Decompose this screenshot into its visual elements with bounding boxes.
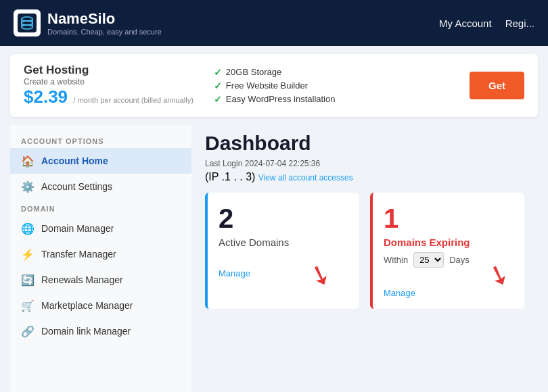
logo-area: NameSilo Domains. Cheap, easy and secure (14, 9, 162, 36)
gear-icon: ⚙️ (21, 180, 35, 193)
get-hosting-button[interactable]: Get (470, 72, 524, 99)
domains-expiring-label: Domains Expiring (384, 237, 513, 248)
sidebar-account-home-label: Account Home (41, 155, 108, 166)
hosting-left: Get Hosting Create a website $2.39 / mon… (24, 64, 193, 107)
svg-rect-0 (18, 14, 37, 32)
sidebar-item-account-home[interactable]: 🏠 Account Home (10, 148, 191, 174)
main-layout: ACCOUNT OPTIONS 🏠 Account Home ⚙️ Accoun… (10, 125, 538, 392)
renewals-manager-label: Renewals Manager (41, 274, 123, 285)
register-link[interactable]: Regi... (505, 18, 534, 29)
brand-name: NameSilo (47, 10, 162, 28)
logo-text: NameSilo Domains. Cheap, easy and secure (47, 10, 162, 36)
marketplace-manager-label: Marketplace Manager (41, 300, 133, 311)
dashboard-title: Dashboard (205, 132, 524, 155)
dashboard-content: Dashboard Last Login 2024-07-04 22:25:36… (191, 125, 538, 392)
check-icon: ✓ (214, 80, 222, 91)
days-label: Days (449, 255, 470, 265)
domains-expiring-count: 1 (384, 203, 513, 234)
sidebar-item-domain-manager[interactable]: 🌐 Domain Manager (10, 216, 191, 241)
sidebar: ACCOUNT OPTIONS 🏠 Account Home ⚙️ Accoun… (10, 125, 191, 392)
feature-wordpress: ✓ Easy WordPress installation (214, 94, 449, 105)
expiring-domains-manage-link[interactable]: Manage (384, 288, 513, 298)
domain-manager-label: Domain Manager (41, 223, 114, 234)
sidebar-item-marketplace-manager[interactable]: 🛒 Marketplace Manager (10, 293, 191, 318)
hosting-banner: Get Hosting Create a website $2.39 / mon… (10, 54, 538, 117)
transfer-manager-label: Transfer Manager (41, 249, 116, 260)
ip-partial: (IP .1 . . 3) (205, 171, 255, 182)
domain-link-manager-label: Domain link Manager (41, 326, 131, 337)
view-all-accesses-link[interactable]: View all account accesses (258, 173, 353, 182)
header: NameSilo Domains. Cheap, easy and secure… (0, 0, 548, 46)
within-days-select[interactable]: 25 30 60 90 (413, 252, 444, 268)
transfer-icon: ⚡ (21, 247, 35, 261)
domains-expiring-card: 1 Domains Expiring Within 25 30 60 90 Da… (370, 193, 524, 309)
feature-storage: ✓ 20GB Storage (214, 67, 449, 78)
arrow-icon: ➘ (305, 258, 336, 291)
renewal-icon: 🔄 (21, 273, 35, 287)
globe-icon: 🌐 (21, 222, 35, 235)
check-icon: ✓ (214, 67, 222, 78)
ip-info: (IP .1 . . 3) View all account accesses (205, 171, 524, 183)
sidebar-item-account-settings[interactable]: ⚙️ Account Settings (10, 174, 191, 199)
tagline: Domains. Cheap, easy and secure (47, 28, 162, 36)
last-login-value: 2024-07-04 22:25:36 (245, 159, 320, 168)
hosting-price: $2.39 (24, 87, 68, 107)
hosting-features: ✓ 20GB Storage ✓ Free Website Builder ✓ … (214, 67, 449, 105)
active-domains-count: 2 (219, 203, 348, 234)
feature-builder: ✓ Free Website Builder (214, 80, 449, 91)
last-login-info: Last Login 2024-07-04 22:25:36 (205, 159, 524, 168)
sidebar-account-settings-label: Account Settings (41, 181, 112, 192)
sidebar-item-transfer-manager[interactable]: ⚡ Transfer Manager (10, 241, 191, 267)
logo-icon (14, 9, 41, 36)
active-domains-label: Active Domains (219, 237, 348, 248)
dashboard-cards: 2 Active Domains ➘ Manage 1 Domains Expi… (205, 193, 524, 309)
my-account-link[interactable]: My Account (439, 18, 492, 29)
domain-label: DOMAIN (10, 199, 191, 216)
feature-wordpress-text: Easy WordPress installation (226, 94, 336, 104)
hosting-title: Get Hosting (24, 64, 193, 77)
sidebar-item-domain-link-manager[interactable]: 🔗 Domain link Manager (10, 318, 191, 344)
active-domains-card: 2 Active Domains ➘ Manage (205, 193, 359, 309)
home-icon: 🏠 (21, 154, 35, 168)
check-icon: ✓ (214, 94, 222, 105)
within-label: Within (384, 255, 408, 265)
header-nav: My Account Regi... (439, 18, 534, 29)
feature-builder-text: Free Website Builder (226, 80, 308, 91)
cart-icon: 🛒 (21, 299, 35, 312)
link-icon: 🔗 (21, 324, 35, 338)
hosting-price-detail: / month per account (billed annually) (74, 96, 193, 104)
last-login-label: Last Login (205, 159, 242, 168)
sidebar-item-renewals-manager[interactable]: 🔄 Renewals Manager (10, 267, 191, 293)
account-options-label: ACCOUNT OPTIONS (10, 132, 191, 148)
feature-storage-text: 20GB Storage (226, 67, 281, 77)
hosting-subtitle: Create a website (24, 77, 193, 87)
